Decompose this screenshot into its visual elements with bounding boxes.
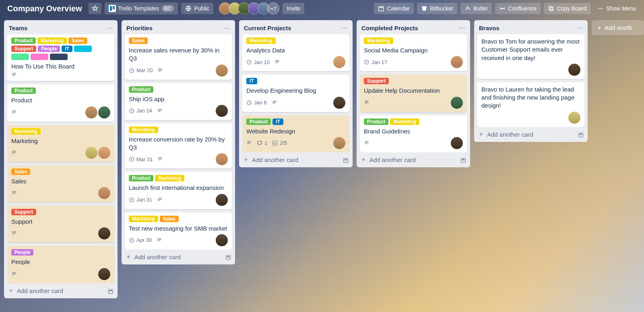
member-avatar[interactable] (216, 194, 228, 206)
bitbucket-button[interactable]: Bitbucket (417, 3, 457, 14)
add-card-button[interactable]: Add another card (122, 250, 235, 264)
star-button[interactable] (89, 3, 101, 14)
label[interactable]: IT (272, 119, 283, 125)
label[interactable]: Marketing (390, 119, 419, 125)
label[interactable]: Support (364, 78, 389, 84)
add-card-button[interactable]: Add another card (239, 152, 353, 167)
visibility-button[interactable]: Public (181, 3, 213, 14)
list-menu-button[interactable]: ⋯ (576, 24, 583, 32)
card[interactable]: Marketing Social Media Campaign Jan 17 (360, 34, 467, 71)
member-avatar[interactable] (333, 56, 345, 68)
label[interactable]: Sales (11, 168, 30, 175)
card[interactable]: Marketing Analytics Data Jan 10 (242, 34, 349, 71)
card[interactable]: Product Ship iOS app Jan 24 (125, 83, 232, 120)
member-avatar[interactable] (216, 153, 228, 165)
list-title[interactable]: Current Projects (244, 25, 291, 31)
label[interactable]: Sales (68, 37, 87, 44)
member-avatar[interactable] (451, 137, 463, 149)
team-button[interactable]: Trello Templates BC (105, 2, 178, 15)
label[interactable]: Product (364, 119, 388, 125)
label[interactable]: Product (246, 119, 271, 125)
add-card-button[interactable]: Add another card (474, 127, 588, 142)
card[interactable]: ProductMarketing Brand Guidelines (360, 115, 467, 152)
card[interactable]: Bravo to Lauren for taking the lead and … (477, 82, 584, 127)
card[interactable]: MarketingSales Test new messaging for SM… (125, 212, 232, 250)
label[interactable]: Product (11, 37, 36, 44)
label[interactable]: Product (129, 86, 153, 93)
card[interactable]: Product Product (7, 84, 114, 121)
show-menu-button[interactable]: ⋯ Show Menu (594, 3, 640, 14)
label[interactable]: Marketing (11, 128, 41, 135)
card-template-button[interactable] (225, 254, 231, 260)
member-avatar[interactable] (568, 112, 580, 124)
card[interactable]: ProductMarketingSalesSupportPeopleIT How… (7, 34, 114, 81)
add-card-button[interactable]: Add another card (357, 152, 470, 167)
label[interactable]: Sales (129, 37, 148, 44)
member-avatar[interactable] (333, 137, 345, 149)
card[interactable]: Sales Increase sales revenue by 30% in Q… (125, 34, 232, 80)
list-menu-button[interactable]: ⋯ (224, 24, 230, 32)
list-menu-button[interactable]: ⋯ (106, 24, 113, 32)
member-avatar[interactable] (216, 105, 228, 117)
member-avatar[interactable] (333, 97, 345, 109)
list-menu-button[interactable]: ⋯ (341, 24, 348, 32)
member-avatar[interactable] (98, 227, 110, 239)
list-title[interactable]: Completed Projects (361, 25, 418, 31)
member-avatar[interactable] (568, 64, 580, 76)
label[interactable]: Sales (160, 216, 179, 222)
calendar-button[interactable]: Calendar (374, 3, 414, 14)
label[interactable]: Marketing (129, 127, 158, 133)
label[interactable]: Marketing (364, 37, 393, 44)
add-list-button[interactable]: Add anoth (592, 20, 644, 35)
label[interactable]: Product (11, 87, 36, 94)
label[interactable]: Support (11, 209, 36, 215)
label[interactable] (50, 54, 68, 60)
card[interactable]: Sales Sales (7, 165, 114, 202)
card[interactable]: IT Develop Engineering Blog Jan 6 (242, 75, 349, 112)
add-card-button[interactable]: Add another card (4, 283, 118, 298)
card[interactable]: ProductMarketing Launch first internatio… (125, 172, 232, 209)
card[interactable]: People People (7, 246, 114, 283)
member-avatar[interactable] (216, 234, 228, 246)
card[interactable]: Marketing Marketing (7, 125, 114, 162)
label[interactable]: People (38, 46, 60, 52)
label[interactable] (74, 46, 92, 52)
member-avatar[interactable] (98, 268, 110, 280)
label[interactable]: Marketing (37, 37, 67, 44)
label[interactable]: Support (11, 46, 36, 52)
member-avatar[interactable] (98, 106, 110, 119)
card-template-button[interactable] (343, 156, 349, 163)
card-template-button[interactable] (460, 156, 466, 163)
list-title[interactable]: Bravos (479, 25, 500, 31)
label[interactable] (11, 54, 29, 60)
member-avatar[interactable] (98, 187, 110, 199)
label[interactable]: Marketing (129, 216, 158, 222)
card[interactable]: Marketing Increase conversion rate by 20… (125, 123, 232, 169)
copy-board-button[interactable]: Copy Board (544, 3, 590, 14)
label[interactable]: IT (62, 46, 72, 52)
list-menu-button[interactable]: ⋯ (459, 24, 465, 32)
card[interactable]: ProductIT Website Redesign 12/5 (242, 115, 349, 152)
member-avatar[interactable] (216, 64, 228, 77)
board-canvas[interactable]: Teams ⋯ ProductMarketingSalesSupportPeop… (0, 17, 644, 312)
member-avatar[interactable] (98, 147, 110, 159)
card[interactable]: Support Support (7, 206, 114, 243)
member-avatar[interactable] (451, 97, 463, 109)
label[interactable] (31, 54, 48, 60)
butler-button[interactable]: Butler (460, 3, 492, 14)
member-avatar[interactable] (85, 147, 97, 159)
card-template-button[interactable] (108, 287, 114, 294)
invite-button[interactable]: Invite (283, 3, 304, 14)
label[interactable]: People (11, 249, 33, 256)
card-template-button[interactable] (578, 131, 584, 138)
board-title[interactable]: Company Overview (4, 2, 85, 15)
confluence-button[interactable]: Confluence (495, 3, 541, 14)
label[interactable]: Marketing (246, 37, 276, 44)
list-title[interactable]: Teams (9, 25, 27, 31)
member-avatar[interactable] (85, 106, 97, 119)
avatar-more[interactable]: +7 (267, 2, 279, 15)
member-avatar[interactable] (451, 56, 463, 68)
list-title[interactable]: Priorities (126, 25, 153, 31)
label[interactable]: IT (246, 78, 257, 84)
label[interactable]: Product (129, 175, 153, 181)
